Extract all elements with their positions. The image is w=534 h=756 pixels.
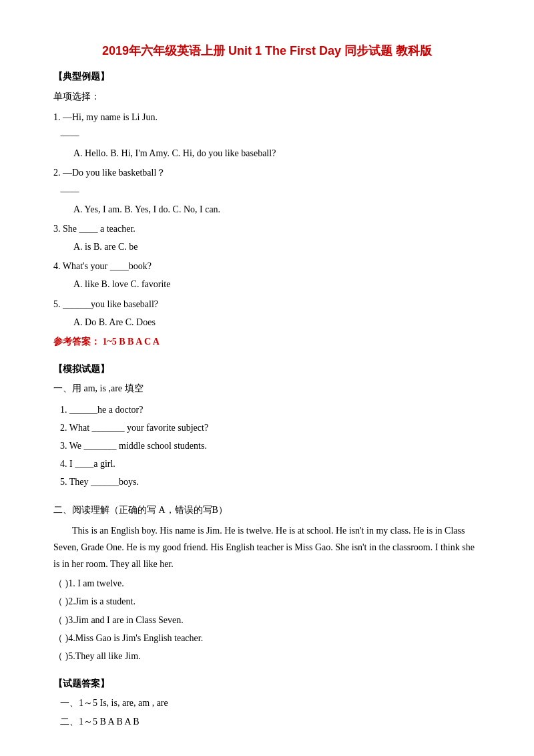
p2-q1: （ )1. I am twelve. bbox=[53, 575, 481, 592]
part2-label: 二、阅读理解（正确的写 A，错误的写B） bbox=[53, 502, 481, 518]
section-typical: 【典型例题】 单项选择： 1. —Hi, my name is Li Jun. … bbox=[53, 68, 481, 350]
q3: 3. She ____ a teacher. bbox=[53, 220, 481, 237]
p1-q1: 1. ______he a doctor? bbox=[60, 401, 481, 418]
section1-header: 【典型例题】 bbox=[53, 68, 481, 85]
q2-dash: —— bbox=[53, 186, 79, 196]
q1-line2: —— bbox=[53, 127, 481, 144]
q1: 1. —Hi, my name is Li Jun. bbox=[53, 109, 481, 126]
q3-text: 3. She ____ a teacher. bbox=[53, 224, 136, 234]
q2-text: 2. —Do you like basketball？ bbox=[53, 168, 166, 178]
q4: 4. What's your ____book? bbox=[53, 258, 481, 274]
q2-line2: —— bbox=[53, 183, 481, 200]
q5-text: 5. ______you like baseball? bbox=[53, 299, 158, 309]
q2-options: A. Yes, I am. B. Yes, I do. C. No, I can… bbox=[73, 201, 481, 218]
p1-q4: 4. I ____a girl. bbox=[60, 455, 481, 472]
q5-options: A. Do B. Are C. Does bbox=[73, 314, 481, 331]
section1-answer-value: 1~5 B B A C A bbox=[103, 337, 160, 347]
p2-q5: （ )5.They all like Jim. bbox=[53, 648, 481, 665]
page-container: 2019年六年级英语上册 Unit 1 The First Day 同步试题 教… bbox=[53, 40, 481, 730]
part1-label: 一、用 am, is ,are 填空 bbox=[53, 380, 481, 397]
section3-answer1: 一、1～5 Is, is, are, am , are bbox=[60, 695, 481, 711]
section1-answer-label: 参考答案： bbox=[53, 337, 100, 347]
part2-paragraph: This is an English boy. His name is Jim.… bbox=[53, 522, 481, 573]
section2-header: 【模拟试题】 bbox=[53, 361, 481, 377]
q1-text: 1. —Hi, my name is Li Jun. bbox=[53, 112, 158, 122]
q2: 2. —Do you like basketball？ bbox=[53, 164, 481, 181]
section3-header: 【试题答案】 bbox=[53, 675, 481, 692]
q1-options: A. Hello. B. Hi, I'm Amy. C. Hi, do you … bbox=[73, 145, 481, 162]
q3-options: A. is B. are C. be bbox=[73, 238, 481, 255]
section1-answer: 参考答案： 1~5 B B A C A bbox=[53, 333, 481, 350]
section3-answer2: 二、1～5 B A B A B bbox=[60, 713, 481, 730]
p2-q4: （ )4.Miss Gao is Jim's English teacher. bbox=[53, 630, 481, 646]
section-answers: 【试题答案】 一、1～5 Is, is, are, am , are 二、1～5… bbox=[53, 675, 481, 730]
p1-q5: 5. They ______boys. bbox=[60, 474, 481, 490]
q4-options: A. like B. love C. favorite bbox=[73, 276, 481, 293]
p2-q3: （ )3.Jim and I are in Class Seven. bbox=[53, 612, 481, 628]
q4-text: 4. What's your ____book? bbox=[53, 261, 152, 271]
section1-sub: 单项选择： bbox=[53, 88, 481, 105]
q1-dash: —— bbox=[53, 130, 79, 140]
p2-q2: （ )2.Jim is a student. bbox=[53, 593, 481, 610]
p1-q3: 3. We _______ middle school students. bbox=[60, 437, 481, 454]
section-mock: 【模拟试题】 一、用 am, is ,are 填空 1. ______he a … bbox=[53, 361, 481, 665]
q5: 5. ______you like baseball? bbox=[53, 296, 481, 313]
main-title: 2019年六年级英语上册 Unit 1 The First Day 同步试题 教… bbox=[53, 40, 481, 61]
p1-q2: 2. What _______ your favorite subject? bbox=[60, 419, 481, 436]
